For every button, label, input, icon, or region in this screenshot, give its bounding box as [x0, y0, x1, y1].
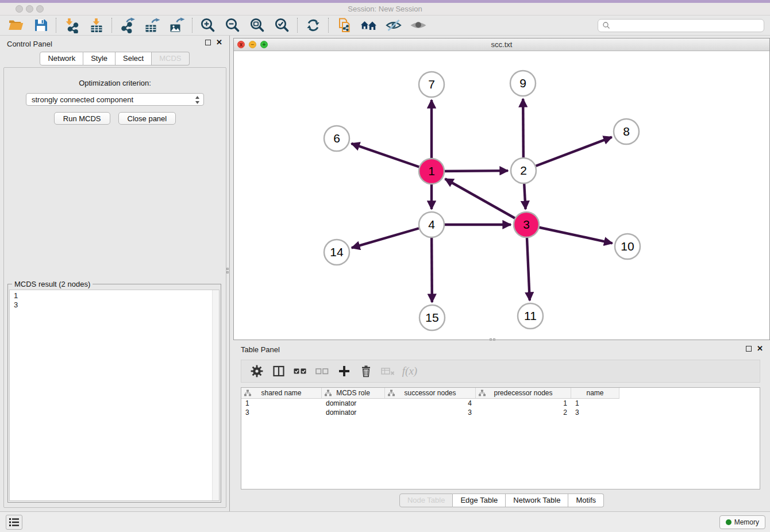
zoom-selected-icon — [274, 17, 290, 33]
export-image-button[interactable] — [164, 16, 189, 34]
node-label-7: 7 — [428, 78, 435, 91]
table-row[interactable]: 1dominator411 — [241, 399, 760, 408]
memory-label: Memory — [734, 518, 759, 526]
zoom-fit-icon — [249, 17, 265, 33]
zoom-selected-button[interactable] — [270, 16, 294, 34]
optimization-label: Optimization criterion: — [4, 79, 226, 87]
save-session-button[interactable] — [28, 16, 53, 34]
table-panel: Table Panel ✕ — [233, 342, 770, 511]
tab-motifs[interactable]: Motifs — [568, 494, 604, 507]
houses-icon — [360, 17, 378, 33]
table-toolbar: f(x) — [241, 360, 760, 383]
toolbar-separator — [56, 18, 56, 33]
edge-3-1[interactable] — [445, 179, 526, 225]
toolbar-separator — [328, 18, 329, 33]
network-window-titlebar[interactable]: x − + scc.txt — [234, 38, 769, 51]
memory-button[interactable]: Memory — [719, 515, 765, 529]
close-table-panel-icon[interactable]: ✕ — [757, 346, 763, 352]
export-table-button[interactable] — [140, 16, 164, 34]
tab-style[interactable]: Style — [83, 52, 116, 65]
duplicate-network-button[interactable] — [332, 16, 356, 34]
table-cell[interactable]: dominator — [322, 399, 385, 408]
criterion-select[interactable]: strongly connected component — [26, 93, 204, 106]
hierarchy-icon — [325, 390, 332, 396]
table-cell[interactable]: 1 — [571, 399, 619, 408]
close-panel-button[interactable]: Close panel — [118, 112, 176, 125]
mcds-result-text[interactable]: 13 — [9, 290, 220, 501]
column-header-successor-nodes[interactable]: successor nodes — [385, 388, 476, 398]
show-columns-button[interactable] — [268, 362, 290, 380]
eye-slash-icon — [386, 17, 402, 33]
tab-network-table[interactable]: Network Table — [506, 494, 568, 507]
search-input[interactable] — [598, 19, 764, 32]
app-titlebar: Session: New Session — [0, 3, 770, 15]
tab-select[interactable]: Select — [116, 52, 152, 65]
result-scrollbar[interactable] — [212, 290, 219, 500]
column-header-shared-name[interactable]: shared name — [241, 388, 322, 398]
show-graphics-details-button[interactable] — [406, 16, 430, 34]
maximize-network-button[interactable]: + — [260, 41, 268, 48]
zoom-window-button[interactable] — [36, 5, 44, 13]
table-cell[interactable]: 3 — [241, 408, 322, 417]
table-panel-title: Table Panel — [241, 345, 280, 354]
close-window-button[interactable] — [16, 5, 23, 13]
edge-2-8[interactable] — [523, 137, 612, 171]
node-label-2: 2 — [520, 164, 527, 177]
column-header-name[interactable]: name — [571, 388, 619, 398]
table-cell[interactable]: 1 — [476, 399, 571, 408]
zoom-out-button[interactable] — [220, 16, 245, 34]
table-cell[interactable]: 3 — [385, 408, 476, 417]
refresh-view-button[interactable] — [301, 16, 325, 34]
tab-network[interactable]: Network — [40, 52, 83, 65]
table-cell[interactable]: dominator — [322, 408, 385, 417]
minimize-network-button[interactable]: − — [249, 41, 256, 48]
deselect-all-button[interactable] — [311, 362, 333, 380]
zoom-in-button[interactable] — [195, 16, 220, 34]
float-panel-icon[interactable] — [205, 40, 211, 45]
status-bar: Memory — [0, 511, 770, 532]
node-table: shared nameMCDS rolesuccessor nodesprede… — [241, 387, 760, 489]
delete-table-button[interactable] — [377, 362, 399, 380]
close-network-button[interactable]: x — [237, 41, 245, 48]
run-mcds-button[interactable]: Run MCDS — [54, 112, 110, 125]
home-view-button[interactable] — [356, 16, 381, 34]
horizontal-splitter-handle[interactable] — [490, 338, 495, 341]
window-controls[interactable] — [16, 5, 44, 13]
export-network-button[interactable] — [115, 16, 140, 34]
hide-graphics-details-button[interactable] — [381, 16, 406, 34]
tab-mcds[interactable]: MCDS — [152, 52, 189, 65]
mcds-panel: Optimization criterion: strongly connect… — [3, 67, 226, 508]
gear-icon — [250, 364, 264, 378]
network-graph[interactable]: 7968124314101511 — [234, 51, 769, 340]
import-network-button[interactable] — [59, 16, 84, 34]
table-cell[interactable]: 4 — [385, 399, 476, 408]
float-table-panel-icon[interactable] — [746, 346, 752, 352]
table-cell[interactable]: 1 — [241, 399, 322, 408]
tab-node-table[interactable]: Node Table — [399, 494, 453, 507]
task-history-button[interactable] — [6, 515, 22, 530]
table-settings-button[interactable] — [246, 362, 268, 380]
tab-edge-table[interactable]: Edge Table — [453, 494, 506, 507]
table-cell[interactable]: 2 — [476, 408, 571, 417]
delete-column-button[interactable] — [355, 362, 377, 380]
network-window-title: scc.txt — [234, 38, 769, 51]
criterion-value: strongly connected component — [32, 95, 133, 104]
function-builder-button[interactable]: f(x) — [399, 362, 421, 380]
vertical-splitter-handle[interactable] — [226, 268, 229, 273]
column-header-MCDS-role[interactable]: MCDS role — [322, 388, 385, 398]
delete-table-icon — [380, 364, 395, 378]
table-cell[interactable]: 3 — [571, 408, 619, 417]
select-all-button[interactable] — [290, 362, 311, 380]
minimize-window-button[interactable] — [26, 5, 33, 13]
control-panel-title: Control Panel — [7, 40, 52, 48]
column-label: MCDS role — [336, 389, 370, 397]
result-line: 1 — [14, 291, 219, 300]
column-header-predecessor-nodes[interactable]: predecessor nodes — [476, 388, 571, 398]
import-table-button[interactable] — [84, 16, 109, 34]
table-row[interactable]: 3dominator323 — [241, 408, 760, 417]
close-panel-icon[interactable]: ✕ — [216, 40, 222, 45]
add-column-button[interactable] — [333, 362, 355, 380]
duplicate-document-icon — [336, 17, 352, 33]
open-session-button[interactable] — [3, 16, 28, 34]
zoom-fit-button[interactable] — [245, 16, 270, 34]
